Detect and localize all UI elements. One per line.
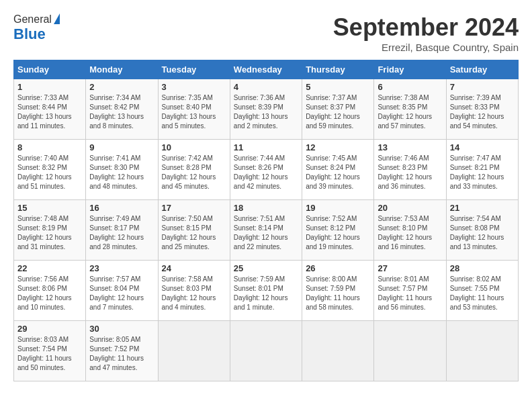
calendar-body: 1Sunrise: 7:33 AMSunset: 8:44 PMDaylight… bbox=[14, 79, 519, 381]
cell-content: Sunrise: 8:05 AMSunset: 7:52 PMDaylight:… bbox=[89, 335, 154, 373]
calendar-cell: 27Sunrise: 8:01 AMSunset: 7:57 PMDayligh… bbox=[374, 261, 446, 321]
calendar-cell: 10Sunrise: 7:42 AMSunset: 8:28 PMDayligh… bbox=[158, 140, 230, 200]
calendar-cell: 1Sunrise: 7:33 AMSunset: 8:44 PMDaylight… bbox=[14, 79, 86, 140]
cell-content: Sunrise: 7:53 AMSunset: 8:10 PMDaylight:… bbox=[378, 214, 442, 252]
day-number: 4 bbox=[234, 82, 298, 92]
cell-content: Sunrise: 7:49 AMSunset: 8:17 PMDaylight:… bbox=[89, 214, 154, 252]
cell-content: Sunrise: 7:52 AMSunset: 8:12 PMDaylight:… bbox=[306, 214, 370, 252]
header: General Blue September 2024 Errezil, Bas… bbox=[13, 13, 519, 53]
day-number: 17 bbox=[162, 203, 226, 213]
logo-triangle-icon bbox=[54, 13, 60, 24]
cell-content: Sunrise: 7:38 AMSunset: 8:35 PMDaylight:… bbox=[378, 93, 442, 131]
cell-content: Sunrise: 7:51 AMSunset: 8:14 PMDaylight:… bbox=[234, 214, 298, 252]
calendar-week-4: 22Sunrise: 7:56 AMSunset: 8:06 PMDayligh… bbox=[14, 261, 519, 321]
day-number: 11 bbox=[234, 142, 298, 152]
cell-content: Sunrise: 7:45 AMSunset: 8:24 PMDaylight:… bbox=[306, 154, 370, 191]
cell-content: Sunrise: 8:03 AMSunset: 7:54 PMDaylight:… bbox=[17, 335, 82, 373]
cell-content: Sunrise: 7:56 AMSunset: 8:06 PMDaylight:… bbox=[17, 275, 82, 312]
location-subtitle: Errezil, Basque Country, Spain bbox=[333, 42, 519, 53]
calendar-cell: 15Sunrise: 7:48 AMSunset: 8:19 PMDayligh… bbox=[14, 200, 86, 261]
day-number: 5 bbox=[306, 82, 370, 92]
calendar-cell: 22Sunrise: 7:56 AMSunset: 8:06 PMDayligh… bbox=[14, 261, 86, 321]
cell-content: Sunrise: 7:33 AMSunset: 8:44 PMDaylight:… bbox=[17, 93, 82, 131]
day-number: 19 bbox=[306, 203, 370, 213]
calendar-cell: 12Sunrise: 7:45 AMSunset: 8:24 PMDayligh… bbox=[302, 140, 374, 200]
cell-content: Sunrise: 7:40 AMSunset: 8:32 PMDaylight:… bbox=[17, 154, 82, 191]
calendar-cell: 3Sunrise: 7:35 AMSunset: 8:40 PMDaylight… bbox=[158, 79, 230, 140]
cell-content: Sunrise: 7:39 AMSunset: 8:33 PMDaylight:… bbox=[450, 93, 515, 131]
calendar-cell: 23Sunrise: 7:57 AMSunset: 8:04 PMDayligh… bbox=[86, 261, 158, 321]
calendar-cell: 19Sunrise: 7:52 AMSunset: 8:12 PMDayligh… bbox=[302, 200, 374, 261]
calendar-cell: 11Sunrise: 7:44 AMSunset: 8:26 PMDayligh… bbox=[230, 140, 302, 200]
day-number: 9 bbox=[89, 142, 154, 152]
day-number: 25 bbox=[234, 263, 298, 273]
cell-content: Sunrise: 7:34 AMSunset: 8:42 PMDaylight:… bbox=[89, 93, 154, 131]
cell-content: Sunrise: 7:54 AMSunset: 8:08 PMDaylight:… bbox=[450, 214, 515, 252]
day-number: 18 bbox=[234, 203, 298, 213]
calendar-cell bbox=[158, 321, 230, 381]
calendar-cell bbox=[302, 321, 374, 381]
calendar-cell: 16Sunrise: 7:49 AMSunset: 8:17 PMDayligh… bbox=[86, 200, 158, 261]
col-thursday: Thursday bbox=[302, 60, 374, 79]
day-number: 21 bbox=[450, 203, 515, 213]
day-number: 22 bbox=[17, 263, 82, 273]
col-saturday: Saturday bbox=[446, 60, 518, 79]
day-number: 30 bbox=[89, 324, 154, 334]
calendar-cell: 13Sunrise: 7:46 AMSunset: 8:23 PMDayligh… bbox=[374, 140, 446, 200]
cell-content: Sunrise: 7:58 AMSunset: 8:03 PMDaylight:… bbox=[162, 275, 226, 312]
calendar-cell: 20Sunrise: 7:53 AMSunset: 8:10 PMDayligh… bbox=[374, 200, 446, 261]
cell-content: Sunrise: 7:48 AMSunset: 8:19 PMDaylight:… bbox=[17, 214, 82, 252]
calendar-cell: 25Sunrise: 7:59 AMSunset: 8:01 PMDayligh… bbox=[230, 261, 302, 321]
day-number: 16 bbox=[89, 203, 154, 213]
day-number: 3 bbox=[162, 82, 226, 92]
month-title: September 2024 bbox=[333, 13, 519, 42]
day-number: 20 bbox=[378, 203, 442, 213]
calendar-cell: 6Sunrise: 7:38 AMSunset: 8:35 PMDaylight… bbox=[374, 79, 446, 140]
cell-content: Sunrise: 7:46 AMSunset: 8:23 PMDaylight:… bbox=[378, 154, 442, 191]
day-number: 15 bbox=[17, 203, 82, 213]
col-tuesday: Tuesday bbox=[158, 60, 230, 79]
col-monday: Monday bbox=[86, 60, 158, 79]
day-number: 14 bbox=[450, 142, 515, 152]
calendar-week-2: 8Sunrise: 7:40 AMSunset: 8:32 PMDaylight… bbox=[14, 140, 519, 200]
cell-content: Sunrise: 8:00 AMSunset: 7:59 PMDaylight:… bbox=[306, 275, 370, 312]
calendar-cell: 29Sunrise: 8:03 AMSunset: 7:54 PMDayligh… bbox=[14, 321, 86, 381]
calendar-week-5: 29Sunrise: 8:03 AMSunset: 7:54 PMDayligh… bbox=[14, 321, 519, 381]
day-number: 7 bbox=[450, 82, 515, 92]
calendar-cell: 18Sunrise: 7:51 AMSunset: 8:14 PMDayligh… bbox=[230, 200, 302, 261]
day-number: 6 bbox=[378, 82, 442, 92]
calendar-cell: 8Sunrise: 7:40 AMSunset: 8:32 PMDaylight… bbox=[14, 140, 86, 200]
calendar-cell: 30Sunrise: 8:05 AMSunset: 7:52 PMDayligh… bbox=[86, 321, 158, 381]
col-sunday: Sunday bbox=[14, 60, 86, 79]
calendar-table: Sunday Monday Tuesday Wednesday Thursday… bbox=[13, 60, 519, 381]
day-number: 24 bbox=[162, 263, 226, 273]
day-number: 29 bbox=[17, 324, 82, 334]
calendar-cell bbox=[374, 321, 446, 381]
cell-content: Sunrise: 7:41 AMSunset: 8:30 PMDaylight:… bbox=[89, 154, 154, 191]
calendar-cell: 14Sunrise: 7:47 AMSunset: 8:21 PMDayligh… bbox=[446, 140, 518, 200]
calendar-cell: 5Sunrise: 7:37 AMSunset: 8:37 PMDaylight… bbox=[302, 79, 374, 140]
day-number: 28 bbox=[450, 263, 515, 273]
calendar-header: Sunday Monday Tuesday Wednesday Thursday… bbox=[14, 60, 519, 79]
cell-content: Sunrise: 7:50 AMSunset: 8:15 PMDaylight:… bbox=[162, 214, 226, 252]
calendar-cell: 7Sunrise: 7:39 AMSunset: 8:33 PMDaylight… bbox=[446, 79, 518, 140]
day-number: 10 bbox=[162, 142, 226, 152]
calendar-week-3: 15Sunrise: 7:48 AMSunset: 8:19 PMDayligh… bbox=[14, 200, 519, 261]
cell-content: Sunrise: 7:57 AMSunset: 8:04 PMDaylight:… bbox=[89, 275, 154, 312]
header-row: Sunday Monday Tuesday Wednesday Thursday… bbox=[14, 60, 519, 79]
calendar-week-1: 1Sunrise: 7:33 AMSunset: 8:44 PMDaylight… bbox=[14, 79, 519, 140]
cell-content: Sunrise: 7:44 AMSunset: 8:26 PMDaylight:… bbox=[234, 154, 298, 191]
cell-content: Sunrise: 7:42 AMSunset: 8:28 PMDaylight:… bbox=[162, 154, 226, 191]
day-number: 8 bbox=[17, 142, 82, 152]
calendar-cell: 17Sunrise: 7:50 AMSunset: 8:15 PMDayligh… bbox=[158, 200, 230, 261]
calendar-cell: 2Sunrise: 7:34 AMSunset: 8:42 PMDaylight… bbox=[86, 79, 158, 140]
title-area: September 2024 Errezil, Basque Country, … bbox=[333, 13, 519, 53]
cell-content: Sunrise: 7:59 AMSunset: 8:01 PMDaylight:… bbox=[234, 275, 298, 312]
day-number: 13 bbox=[378, 142, 442, 152]
calendar-cell: 24Sunrise: 7:58 AMSunset: 8:03 PMDayligh… bbox=[158, 261, 230, 321]
calendar-cell bbox=[446, 321, 518, 381]
cell-content: Sunrise: 7:47 AMSunset: 8:21 PMDaylight:… bbox=[450, 154, 515, 191]
cell-content: Sunrise: 8:01 AMSunset: 7:57 PMDaylight:… bbox=[378, 275, 442, 312]
logo-blue-text: Blue bbox=[13, 26, 46, 42]
logo-general-text: General bbox=[13, 13, 52, 26]
